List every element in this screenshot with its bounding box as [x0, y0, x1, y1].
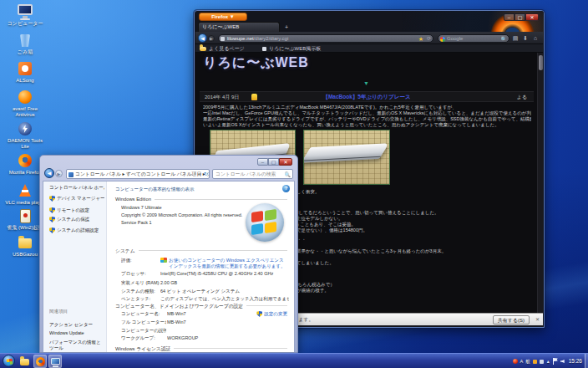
entry-time: よる: [517, 92, 527, 102]
computer-icon: [16, 3, 34, 20]
desktop-icon-avast[interactable]: avast! Free Antivirus: [3, 89, 47, 118]
bookmark-folder[interactable]: よく見るページ: [209, 45, 245, 53]
desktop-icon-computer[interactable]: コンピューター: [3, 3, 47, 27]
blog-paragraph: 2009年5月に購入した13inchアルミユニボディMacBook MB467J…: [203, 105, 531, 128]
ime-mode-indicator[interactable]: A: [520, 354, 524, 368]
share-button[interactable]: 共有する(S): [493, 315, 530, 325]
system-section-header: システム: [115, 248, 139, 255]
row-value: MB-Win7: [167, 319, 217, 325]
desktop-icon-label: DAEMON Tools Lite: [3, 138, 47, 150]
sidebar-item-performance[interactable]: パフォーマンスの情報とツール: [49, 340, 104, 350]
maximize-button[interactable]: ▢: [268, 158, 279, 166]
search-input[interactable]: Google 🔍: [438, 34, 509, 43]
laptop-shape: [303, 143, 388, 162]
vlc-icon: [16, 182, 34, 199]
action-center-flag-icon[interactable]: [553, 358, 558, 365]
minimize-button[interactable]: –: [504, 13, 514, 21]
firefox-app-button[interactable]: Firefox ▼: [199, 13, 247, 21]
taskbar-system-button[interactable]: [48, 355, 62, 368]
window-caption-buttons: – ▢ ✕: [504, 13, 539, 21]
desktop-icon-daemon-tools[interactable]: DAEMON Tools Lite: [3, 120, 47, 150]
macbook-photo-right[interactable]: [303, 130, 390, 185]
ime-tool-icon[interactable]: [533, 360, 537, 364]
explorer-icon: [20, 359, 29, 365]
avast-icon: [16, 89, 34, 105]
wei-update-link[interactable]: お使いのコンピューターの Windows エクスペリエンス インデックスを最新の…: [169, 258, 289, 269]
edition-line: Windows 7 Ultimate: [121, 205, 244, 211]
bookmarks-menu-icon[interactable]: ▤: [511, 34, 520, 42]
scrollbar[interactable]: [537, 53, 543, 313]
uac-shield-icon: [49, 207, 55, 213]
row-label: ワークグループ:: [121, 335, 166, 341]
forward-button[interactable]: ▶: [55, 170, 63, 177]
maximize-button[interactable]: ▢: [514, 13, 525, 21]
help-icon[interactable]: ?: [282, 185, 290, 192]
browser-tab[interactable]: りろに〜ぶWEB: [198, 22, 280, 32]
close-button[interactable]: ✕: [525, 13, 539, 21]
close-button[interactable]: ✕: [279, 158, 292, 166]
windows-flag-logo: [246, 203, 284, 242]
system-icon: [51, 358, 60, 365]
entry-title-link[interactable]: 【MacBook】5年ぶりのリプレース: [200, 92, 534, 102]
download-icon[interactable]: ⬇: [521, 34, 530, 42]
control-panel-icon: [68, 172, 74, 177]
daemon-tools-icon: [16, 120, 34, 137]
row-label: ペンとタッチ:: [121, 296, 160, 302]
row-value: Intel(R) Core(TM) i5-4258U CPU @ 2.40GHz…: [160, 271, 289, 277]
show-hidden-icons[interactable]: ▲: [546, 354, 550, 368]
desktop-icon-label: avast! Free Antivirus: [3, 106, 47, 118]
page-title: コンピューターの基本的な情報の表示: [115, 187, 277, 192]
blog-entry-header: 2014年 4月 9日 【MacBook】5年ぶりのリプレース よる: [200, 91, 534, 102]
main-panel: ? コンピューターの基本的な情報の表示 Windows Edition Wind…: [107, 181, 294, 352]
show-desktop-button[interactable]: [585, 354, 588, 368]
volume-icon[interactable]: [560, 359, 566, 365]
sidebar-item-advanced-settings[interactable]: システムの詳細設定: [49, 227, 104, 233]
sidebar-item-remote-settings[interactable]: リモートの設定: [49, 207, 104, 213]
page-down-arrow[interactable]: ▼: [195, 80, 537, 86]
taskbar-firefox-button[interactable]: [33, 355, 47, 368]
desktop-icon-label: ALSong: [3, 78, 47, 84]
new-tab-button[interactable]: +: [281, 23, 291, 32]
url-bar[interactable]: lilowupe.net/diary2/diary.cgi ★ ⟳: [218, 34, 433, 43]
google-logo-icon: [440, 37, 445, 42]
desktop-icon-alsong[interactable]: ALSong: [3, 60, 47, 84]
sidebar-item-action-center[interactable]: アクション センター: [49, 322, 104, 328]
computer-name-section-header: コンピューター名、ドメインおよびワークグループの設定: [115, 303, 246, 310]
sidebar-item-system-protection[interactable]: システムの保護: [49, 217, 104, 222]
back-button[interactable]: ◀: [44, 168, 54, 178]
ime-options-icon[interactable]: [540, 360, 544, 364]
bookmark-star-icon[interactable]: ★: [418, 35, 423, 43]
search-input[interactable]: コントロール パネルの検索 🔍: [212, 169, 293, 179]
change-settings-link[interactable]: 設定の変更: [256, 311, 287, 317]
row-label: 実装メモリ (RAM):: [121, 280, 160, 286]
scrollbar-thumb[interactable]: [539, 55, 543, 70]
row-label: コンピューターの説明:: [121, 328, 166, 334]
clock[interactable]: 15:26: [569, 354, 582, 368]
row-value: MB-Win7: [167, 311, 217, 317]
desktop-icon-recycle-bin[interactable]: ごみ箱: [3, 32, 47, 55]
row-label: フル コンピューター名:: [121, 319, 166, 325]
taskbar-explorer-button[interactable]: [18, 355, 32, 368]
firefox-icon: [36, 357, 45, 366]
chevron-down-icon[interactable]: ▾: [199, 170, 201, 178]
url-path: /diary2/diary.cgi: [254, 36, 289, 41]
alsong-icon: [16, 60, 34, 77]
bookmark-item[interactable]: りろに〜ぶWEB掲示板: [269, 45, 321, 53]
close-icon[interactable]: ✕: [535, 314, 540, 325]
back-button[interactable]: ◀: [198, 33, 207, 43]
minimize-button[interactable]: –: [257, 158, 268, 166]
sidebar-item-home[interactable]: コントロール パネル ホーム: [49, 185, 104, 191]
refresh-icon[interactable]: ↻: [204, 170, 208, 178]
sidebar-item-device-manager[interactable]: デバイス マネージャー: [49, 196, 104, 202]
reload-icon[interactable]: ⟳: [427, 35, 431, 43]
taskbar: A 般 ▲ 15:26: [0, 353, 588, 368]
avast-tray-icon[interactable]: [513, 359, 518, 364]
home-icon[interactable]: ⌂: [531, 34, 540, 42]
breadcrumb[interactable]: コントロール パネル ▸ すべてのコントロール パネル項目 ▸ システム ▾ ↻: [66, 169, 210, 179]
bookmark-folder-icon: [200, 47, 206, 51]
row-label: システムの種類:: [121, 289, 160, 294]
sidebar-item-windows-update[interactable]: Windows Update: [49, 330, 104, 336]
ime-kana-indicator[interactable]: 般: [525, 354, 530, 368]
forward-button[interactable]: ▶: [208, 35, 215, 42]
start-button[interactable]: [3, 355, 15, 367]
